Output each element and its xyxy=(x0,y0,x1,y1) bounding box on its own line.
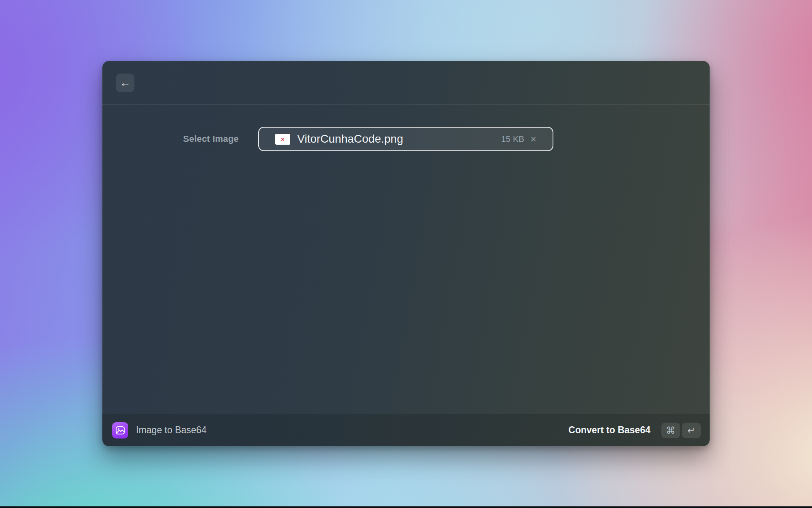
return-key-icon: ↵ xyxy=(687,425,695,436)
image-icon xyxy=(115,426,125,435)
window-header: ← xyxy=(102,61,710,105)
image-thumbnail: × xyxy=(275,134,290,145)
extension-badge xyxy=(112,422,128,439)
return-key[interactable]: ↵ xyxy=(682,423,701,438)
convert-action-button[interactable]: Convert to Base64 xyxy=(568,425,650,436)
cmd-key[interactable]: ⌘ xyxy=(661,423,680,438)
file-name: VitorCunhaCode.png xyxy=(297,132,403,145)
select-image-label: Select Image xyxy=(163,134,239,144)
screen-bottom-edge xyxy=(0,506,812,508)
cmd-key-icon: ⌘ xyxy=(666,425,676,436)
action-bar: Image to Base64 Convert to Base64 ⌘ ↵ xyxy=(102,414,710,446)
file-size-badge: 15 KB xyxy=(501,134,524,144)
raycast-extension-window: ← Select Image × VitorCunhaCode.png 15 K… xyxy=(102,61,710,446)
back-button[interactable]: ← xyxy=(116,74,134,92)
arrow-left-icon: ← xyxy=(120,77,131,89)
remove-file-icon[interactable]: × xyxy=(530,134,536,144)
extension-title: Image to Base64 xyxy=(136,425,207,436)
broken-image-icon: × xyxy=(281,136,285,142)
selected-image-chip[interactable]: × VitorCunhaCode.png 15 KB × xyxy=(258,127,553,151)
